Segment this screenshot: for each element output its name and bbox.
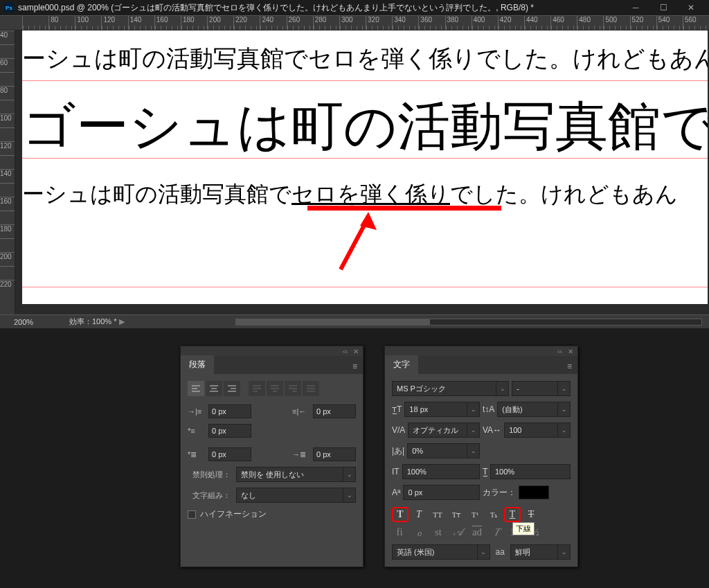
chevron-down-icon[interactable]: ⌄ — [558, 402, 571, 417]
horizontal-scale-input[interactable]: 100% — [490, 464, 571, 479]
font-family-select[interactable]: MS Pゴシック — [392, 381, 496, 396]
ruler-vertical[interactable]: 40 60 80 100 120 140 160 180 200 220 — [0, 30, 15, 314]
indent-left-input[interactable]: 0 px — [208, 404, 251, 418]
panel-menu-icon[interactable]: ≡ — [347, 359, 363, 374]
zoom-level[interactable]: 200% — [0, 318, 48, 326]
chevron-down-icon[interactable]: ⌄ — [558, 422, 571, 438]
titlebar: Ps sample000.psd @ 200% (ゴーシュは町の活動写真館でセロ… — [0, 0, 709, 15]
close-icon[interactable]: ✕ — [568, 348, 573, 355]
language-select[interactable]: 英語 (米国) — [392, 544, 478, 560]
horizontal-scrollbar[interactable] — [235, 319, 702, 326]
tracking-input[interactable]: 100 — [504, 422, 558, 438]
underline-button[interactable]: T 下線 — [504, 507, 521, 522]
color-swatch[interactable] — [519, 485, 549, 499]
ruler-tick: 140 — [128, 16, 154, 30]
align-left-button[interactable] — [188, 381, 204, 396]
align-right-button[interactable] — [224, 381, 240, 396]
space-after-input[interactable]: 0 px — [313, 447, 356, 461]
paragraph-body: →|≡ 0 px ≡|← 0 px *≡ 0 px *≣ 0 px →≣ 0 p… — [181, 374, 363, 527]
collapse-icon[interactable]: ‹‹ — [343, 348, 348, 355]
ruler-vtick: 100 — [0, 114, 15, 127]
ruler-tick: 220 — [233, 16, 260, 30]
subscript-button[interactable]: T₁ — [485, 507, 502, 522]
ruler-vtick — [0, 127, 15, 141]
ruler-vtick — [0, 72, 15, 86]
justify-all-button[interactable] — [303, 381, 319, 396]
minimize-button[interactable]: ─ — [622, 1, 649, 15]
ruler-vtick: 180 — [0, 224, 15, 238]
ligatures-button[interactable]: fi — [392, 526, 407, 539]
canvas[interactable]: ーシュは町の活動写真館でセロを弾く係りでした。けれどもあん ゴーシュは町の活動写… — [22, 30, 708, 304]
guide-line[interactable] — [22, 287, 708, 287]
smallcaps-button[interactable]: Tᴛ — [448, 507, 465, 522]
chevron-down-icon[interactable]: ⌄ — [343, 488, 356, 503]
panel-header[interactable]: ‹‹ ✕ — [385, 346, 577, 356]
chevron-down-icon[interactable]: ⌄ — [343, 467, 356, 482]
scrollbar-thumb[interactable] — [236, 319, 430, 325]
ruler-tick: 460 — [550, 16, 577, 30]
ordinals-button[interactable]: ad — [469, 526, 485, 539]
space-before-input[interactable]: 0 px — [208, 447, 251, 461]
justify-right-button[interactable] — [285, 381, 301, 396]
ruler-tick: 300 — [339, 16, 366, 30]
contextual-alt-button[interactable]: ℴ — [411, 526, 427, 539]
panels: ‹‹ ✕ 段落 ≡ →|≡ 0 px ≡|← 0 px — [180, 346, 709, 567]
ruler-vtick — [0, 238, 15, 252]
vertical-scale-input[interactable]: 100% — [402, 464, 480, 479]
tsume-input[interactable]: 0% — [407, 443, 467, 458]
swash-button[interactable]: 𝒜 — [450, 526, 465, 539]
stylistic-alt-button[interactable]: st — [431, 526, 446, 539]
chevron-down-icon[interactable]: ⌄ — [478, 544, 490, 560]
bold-button[interactable]: T — [392, 507, 409, 522]
antialias-select[interactable]: 鮮明 — [510, 544, 558, 560]
panel-header[interactable]: ‹‹ ✕ — [181, 346, 363, 356]
leading-input[interactable]: (自動) — [497, 402, 558, 417]
justify-left-button[interactable] — [249, 381, 265, 396]
opentype-buttons: fi ℴ st 𝒜 ad 𝑇 1st ½ — [392, 526, 571, 539]
chevron-down-icon[interactable]: ⌄ — [467, 402, 480, 417]
justify-center-button[interactable] — [267, 381, 283, 396]
close-button[interactable]: ✕ — [677, 1, 705, 15]
ruler-horizontal[interactable]: 80 100 120 140 160 180 200 220 240 260 2… — [0, 15, 709, 30]
tab-character[interactable]: 文字 — [385, 355, 418, 374]
font-size-input[interactable]: 18 px — [404, 402, 467, 417]
ruler-vtick — [0, 155, 15, 169]
hyphenation-checkbox[interactable] — [188, 510, 196, 519]
maximize-button[interactable]: ☐ — [649, 1, 677, 15]
ruler-tick: 280 — [313, 16, 339, 30]
allcaps-button[interactable]: TT — [429, 507, 446, 522]
kerning-select[interactable]: オプティカル — [408, 422, 467, 438]
canvas-viewport[interactable]: ーシュは町の活動写真館でセロを弾く係りでした。けれどもあん ゴーシュは町の活動写… — [15, 30, 709, 314]
ruler-vtick: 80 — [0, 86, 15, 100]
superscript-button[interactable]: T¹ — [467, 507, 483, 522]
mojikumi-select[interactable]: なし — [236, 488, 343, 503]
panel-menu-icon[interactable]: ≡ — [562, 359, 577, 374]
text-layer-1[interactable]: ーシュは町の活動写真館でセロを弾く係りでした。けれどもあん — [22, 43, 708, 75]
ruler-tick: 80 — [48, 16, 75, 30]
ruler-tick: 320 — [366, 16, 392, 30]
kinsoku-label: 禁則処理： — [188, 470, 231, 480]
chevron-down-icon[interactable]: ⌄ — [558, 544, 571, 560]
align-center-button[interactable] — [206, 381, 222, 396]
baseline-shift-input[interactable]: 0 px — [403, 485, 480, 500]
font-style-select[interactable]: - — [512, 381, 558, 396]
text-layer-2[interactable]: ゴーシュは町の活動写真館でセ — [22, 91, 708, 163]
kinsoku-select[interactable]: 禁則を 使用しない — [236, 467, 343, 482]
ruler-tick: 100 — [75, 16, 101, 30]
first-line-indent-input[interactable]: 0 px — [208, 424, 251, 438]
indent-right-input[interactable]: 0 px — [313, 404, 356, 418]
efficiency-readout[interactable]: 効率：100% * — [69, 317, 116, 327]
strikethrough-button[interactable]: T — [523, 507, 539, 522]
guide-line[interactable] — [22, 80, 708, 81]
italic-button[interactable]: T — [411, 507, 427, 522]
close-icon[interactable]: ✕ — [353, 348, 359, 355]
collapse-icon[interactable]: ‹‹ — [557, 348, 562, 355]
tab-paragraph[interactable]: 段落 — [181, 355, 214, 374]
chevron-down-icon[interactable]: ⌄ — [467, 422, 480, 438]
chevron-down-icon[interactable]: ⌄ — [496, 381, 509, 396]
chevron-down-icon[interactable]: ⌄ — [558, 381, 571, 396]
chevron-right-icon[interactable]: ▶ — [119, 317, 125, 326]
titling-button[interactable]: 𝑇 — [489, 526, 504, 539]
ruler-vtick: 200 — [0, 252, 15, 266]
chevron-down-icon[interactable]: ⌄ — [467, 443, 480, 458]
